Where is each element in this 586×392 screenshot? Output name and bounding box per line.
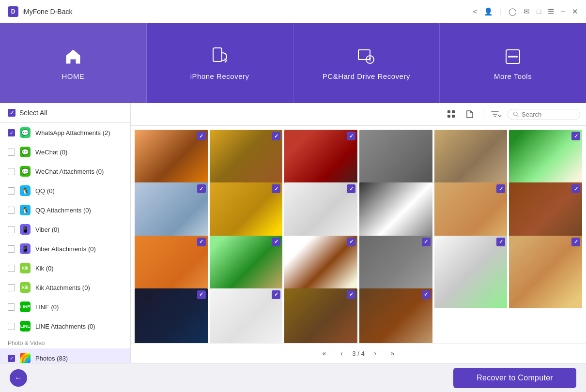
- photo-check-14: [272, 238, 280, 246]
- photo-cell-20[interactable]: [210, 288, 283, 343]
- share-icon[interactable]: <: [473, 7, 478, 15]
- photo-check-12: [571, 184, 580, 193]
- photo-check-13: [197, 238, 206, 246]
- search-icon: [513, 111, 519, 118]
- titlebar: D iMyFone D-Back < 👤 | ◯ ✉ □ ☰ − ✕: [0, 0, 586, 23]
- whatsapp-attach-label: WhatsApp Attachments (2): [35, 129, 110, 136]
- wechat-attach-checkbox[interactable]: [8, 168, 15, 175]
- photo-check-21: [347, 290, 355, 299]
- kik-attach-checkbox[interactable]: [8, 284, 15, 291]
- photo-cell-21[interactable]: [284, 288, 357, 343]
- svg-rect-11: [452, 110, 455, 113]
- qq-attach-icon: 🐧: [20, 205, 31, 215]
- titlebar-actions: < 👤 | ◯ ✉ □ ☰ − ✕: [473, 7, 579, 16]
- line-attach-icon: LINE: [20, 321, 31, 332]
- wechat-checkbox[interactable]: [8, 149, 15, 156]
- minimize-icon[interactable]: −: [561, 7, 565, 15]
- back-button[interactable]: ←: [10, 369, 27, 387]
- photo-check-20: [272, 290, 280, 299]
- menu-icon[interactable]: ☰: [548, 7, 554, 16]
- location-icon[interactable]: ◯: [509, 7, 517, 16]
- sidebar: Select All 💬 WhatsApp Attachments (2) 💬 …: [0, 103, 131, 363]
- app-title: iMyFone D-Back: [22, 8, 72, 15]
- photo-cell-18[interactable]: [509, 236, 582, 309]
- chat-icon[interactable]: □: [537, 7, 541, 15]
- pagination: « ‹ 3 / 4 › »: [131, 343, 586, 363]
- photo-cell-19[interactable]: [135, 288, 208, 343]
- line-icon: LINE: [20, 302, 31, 312]
- sidebar-item-viber-attach[interactable]: 📱 Viber Attachments (0): [0, 239, 130, 258]
- whatsapp-attach-checkbox[interactable]: [8, 129, 15, 136]
- sidebar-item-wechat[interactable]: 💬 WeChat (0): [0, 142, 130, 162]
- photo-check-2: [272, 132, 280, 140]
- photo-grid: [131, 126, 586, 343]
- photo-cell-22[interactable]: [359, 288, 432, 343]
- svg-point-5: [514, 56, 516, 58]
- search-input[interactable]: [522, 111, 575, 118]
- search-box: [508, 109, 580, 120]
- kik-checkbox[interactable]: [8, 265, 15, 272]
- photo-cell-17[interactable]: [434, 236, 508, 309]
- main-panel: « ‹ 3 / 4 › »: [131, 103, 586, 363]
- filter-btn[interactable]: [489, 107, 504, 121]
- svg-point-4: [510, 56, 512, 58]
- pagination-first[interactable]: «: [317, 347, 331, 360]
- sidebar-item-wechat-attach[interactable]: 💬 WeChat Attachments (0): [0, 162, 130, 181]
- app-logo: D: [8, 6, 18, 17]
- more-tools-icon: [502, 46, 524, 67]
- main-toolbar: [131, 103, 586, 126]
- select-all-checkbox[interactable]: [8, 109, 15, 117]
- close-icon[interactable]: ✕: [572, 7, 578, 16]
- sidebar-item-line-attach[interactable]: LINE LINE Attachments (0): [0, 317, 130, 336]
- line-checkbox[interactable]: [8, 303, 15, 311]
- sidebar-item-line[interactable]: LINE LINE (0): [0, 297, 130, 317]
- photo-check-1: [197, 132, 206, 140]
- pagination-prev[interactable]: ‹: [335, 347, 348, 360]
- svg-point-9: [516, 56, 518, 58]
- file-view-btn[interactable]: [463, 107, 477, 121]
- sidebar-item-viber[interactable]: 📱 Viber (0): [0, 220, 130, 239]
- svg-rect-1: [358, 50, 370, 60]
- nav-home-label: HOME: [62, 72, 84, 80]
- line-attach-checkbox[interactable]: [8, 323, 15, 330]
- photo-check-3: [347, 132, 355, 140]
- photos-checkbox[interactable]: [8, 355, 15, 362]
- pagination-next[interactable]: ›: [369, 347, 382, 360]
- recover-button[interactable]: Recover to Computer: [453, 368, 576, 388]
- svg-rect-13: [452, 115, 455, 118]
- sidebar-item-qq[interactable]: 🐧 QQ (0): [0, 181, 130, 200]
- nav-iphone-recovery[interactable]: iPhone Recovery: [147, 23, 293, 103]
- sidebar-item-qq-attach[interactable]: 🐧 QQ Attachments (0): [0, 200, 130, 220]
- qq-checkbox[interactable]: [8, 187, 15, 195]
- svg-rect-0: [213, 48, 222, 61]
- kik-attach-label: Kik Attachments (0): [35, 284, 90, 291]
- sidebar-item-photos[interactable]: 🌈 Photos (83): [0, 348, 130, 363]
- photo-check-9: [347, 184, 355, 193]
- sidebar-item-whatsapp-attach[interactable]: 💬 WhatsApp Attachments (2): [0, 123, 130, 142]
- nav-home[interactable]: HOME: [0, 23, 147, 103]
- grid-view-btn[interactable]: [444, 107, 459, 121]
- home-icon: [62, 46, 84, 67]
- select-all-label: Select All: [19, 109, 47, 117]
- qq-label: QQ (0): [35, 187, 55, 195]
- account-icon[interactable]: 👤: [484, 7, 493, 16]
- qq-attach-checkbox[interactable]: [8, 207, 15, 214]
- line-attach-label: LINE Attachments (0): [35, 323, 95, 330]
- iphone-recovery-icon: [209, 46, 231, 67]
- photo-check-18: [571, 238, 580, 246]
- pc-recovery-icon: [355, 46, 377, 67]
- sidebar-item-kik-attach[interactable]: kik Kik Attachments (0): [0, 278, 130, 297]
- nav-more-tools[interactable]: More Tools: [440, 23, 586, 103]
- separator: |: [500, 7, 502, 15]
- viber-attach-checkbox[interactable]: [8, 245, 15, 253]
- whatsapp-icon: 💬: [20, 127, 31, 138]
- mail-icon[interactable]: ✉: [524, 7, 530, 16]
- viber-checkbox[interactable]: [8, 226, 15, 233]
- sidebar-item-kik[interactable]: kik Kik (0): [0, 258, 130, 278]
- line-label: LINE (0): [35, 303, 59, 311]
- nav-pc-recovery[interactable]: PC&Hard Drive Recovery: [293, 23, 440, 103]
- photo-check-16: [422, 238, 431, 246]
- pagination-last[interactable]: »: [386, 347, 400, 360]
- photos-label: Photos (83): [35, 355, 68, 362]
- content-area: Select All 💬 WhatsApp Attachments (2) 💬 …: [0, 103, 586, 363]
